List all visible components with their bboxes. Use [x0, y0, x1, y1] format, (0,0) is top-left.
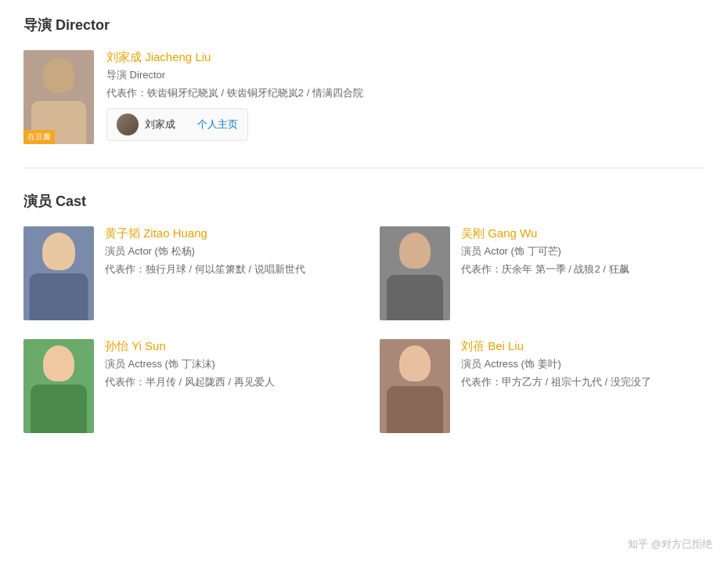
cast-name-2[interactable]: 孙怡 Yi Sun: [105, 339, 348, 354]
director-role: 导演 Director: [106, 68, 705, 82]
cast-role-2: 演员 Actress (饰 丁沫沫): [105, 357, 348, 371]
cast-photo-3: [380, 339, 450, 433]
cast-section-title: 演员 Cast: [23, 192, 705, 211]
director-works-label: 代表作：: [106, 87, 147, 99]
cast-works-label-0: 代表作：: [105, 263, 146, 275]
cast-info-0: 黄子韬 Zitao Huang 演员 Actor (饰 松杨) 代表作：独行月球…: [105, 226, 348, 284]
cast-photo-2: [23, 339, 94, 433]
cast-photo-bg-0: [23, 226, 94, 320]
director-card: 在豆瓣 刘家成 Jiacheng Liu 导演 Director 代表作：铁齿铜…: [23, 50, 705, 144]
cast-works-3: 代表作：甲方乙方 / 祖宗十九代 / 没完没了: [461, 374, 705, 391]
cast-photo-bg-1: [380, 226, 450, 320]
director-profile-name: 刘家成: [145, 117, 175, 132]
cast-role-1: 演员 Actor (饰 丁可芒): [461, 244, 705, 258]
director-info: 刘家成 Jiacheng Liu 导演 Director 代表作：铁齿铜牙纪晓岚…: [106, 50, 705, 141]
cast-role-0: 演员 Actor (饰 松杨): [105, 244, 348, 258]
cast-works-0: 代表作：独行月球 / 何以笙箫默 / 说唱新世代: [105, 262, 348, 278]
cast-section: 演员 Cast 黄子韬 Zitao Huang 演员 Actor (饰 松杨) …: [23, 192, 705, 433]
director-profile-avatar: [117, 114, 139, 135]
cast-photo-0: [23, 226, 94, 320]
cast-info-2: 孙怡 Yi Sun 演员 Actress (饰 丁沫沫) 代表作：半月传 / 风…: [105, 339, 348, 397]
cast-photo-1: [380, 226, 450, 320]
cast-works-label-3: 代表作：: [461, 376, 502, 388]
cast-name-1[interactable]: 吴刚 Gang Wu: [461, 226, 705, 241]
director-profile-link[interactable]: 个人主页: [197, 117, 238, 132]
section-divider: [23, 168, 705, 168]
douban-badge: 在豆瓣: [23, 130, 55, 144]
cast-role-3: 演员 Actress (饰 姜叶): [461, 357, 705, 371]
cast-name-0[interactable]: 黄子韬 Zitao Huang: [105, 226, 348, 241]
director-section: 导演 Director 在豆瓣 刘家成 Jiacheng Liu 导演 Dire…: [23, 16, 705, 144]
cast-info-1: 吴刚 Gang Wu 演员 Actor (饰 丁可芒) 代表作：庆余年 第一季 …: [461, 226, 705, 284]
director-section-title: 导演 Director: [23, 16, 705, 34]
cast-info-3: 刘蓓 Bei Liu 演员 Actress (饰 姜叶) 代表作：甲方乙方 / …: [461, 339, 705, 397]
cast-works-2: 代表作：半月传 / 风起陇西 / 再见爱人: [105, 374, 348, 391]
director-works: 代表作：铁齿铜牙纪晓岚 / 铁齿铜牙纪晓岚2 / 情满四合院: [106, 85, 705, 102]
cast-works-label-2: 代表作：: [105, 376, 146, 388]
cast-photo-bg-2: [23, 339, 94, 433]
cast-works-content-1: 庆余年 第一季 / 战狼2 / 狂飙: [502, 263, 629, 275]
director-photo: 在豆瓣: [23, 50, 94, 144]
cast-card-3: 刘蓓 Bei Liu 演员 Actress (饰 姜叶) 代表作：甲方乙方 / …: [380, 339, 705, 433]
director-name[interactable]: 刘家成 Jiacheng Liu: [106, 50, 705, 65]
cast-works-content-2: 半月传 / 风起陇西 / 再见爱人: [146, 376, 275, 388]
director-works-content: 铁齿铜牙纪晓岚 / 铁齿铜牙纪晓岚2 / 情满四合院: [147, 87, 363, 99]
cast-name-3[interactable]: 刘蓓 Bei Liu: [461, 339, 705, 354]
cast-photo-bg-3: [380, 339, 450, 433]
cast-works-label-1: 代表作：: [461, 263, 502, 275]
director-profile-card[interactable]: 刘家成 个人主页: [106, 108, 248, 141]
cast-grid: 黄子韬 Zitao Huang 演员 Actor (饰 松杨) 代表作：独行月球…: [23, 226, 705, 433]
cast-works-content-3: 甲方乙方 / 祖宗十九代 / 没完没了: [502, 376, 651, 388]
cast-works-1: 代表作：庆余年 第一季 / 战狼2 / 狂飙: [461, 262, 705, 278]
cast-card-1: 吴刚 Gang Wu 演员 Actor (饰 丁可芒) 代表作：庆余年 第一季 …: [380, 226, 705, 320]
cast-card-0: 黄子韬 Zitao Huang 演员 Actor (饰 松杨) 代表作：独行月球…: [23, 226, 348, 320]
cast-works-content-0: 独行月球 / 何以笙箫默 / 说唱新世代: [146, 263, 305, 275]
cast-card-2: 孙怡 Yi Sun 演员 Actress (饰 丁沫沫) 代表作：半月传 / 风…: [23, 339, 348, 433]
